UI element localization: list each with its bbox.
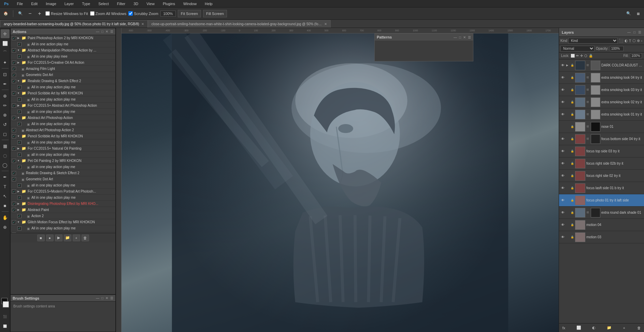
action-expand-25[interactable]: ▶	[17, 190, 20, 193]
action-expand-13[interactable]: ▼	[17, 116, 20, 120]
action-expand-11[interactable]: ▶	[17, 104, 20, 107]
action-check-14[interactable]: ✓	[17, 122, 22, 126]
add-mask-btn[interactable]: ⬜	[575, 325, 582, 331]
canvas-area[interactable]: -600-500 -400-300 -200-100 0100 200300 4…	[116, 28, 559, 332]
brush-menu-btn[interactable]: ☰	[110, 296, 113, 300]
layer-visibility-1[interactable]: 👁	[560, 75, 565, 80]
action-item-11[interactable]: ✓▶📁For CC2015.5+ Abstract Art Photoshop …	[11, 103, 115, 109]
action-check-9[interactable]: ✓	[12, 91, 16, 95]
action-check-20[interactable]: ✓	[12, 159, 16, 163]
action-item-29[interactable]: ✓▣Action 2	[11, 213, 115, 219]
action-item-8[interactable]: ✓▣All in one play action play me	[11, 84, 115, 90]
dodge-tool[interactable]: ◯	[1, 161, 10, 169]
brush-close-btn[interactable]: ✕	[105, 296, 108, 300]
history-brush-tool[interactable]: ↺	[1, 120, 10, 129]
delete-action-btn[interactable]: 🗑	[82, 235, 89, 241]
layer-item-14[interactable]: 👁🔒motion 03	[559, 231, 644, 243]
new-action-btn[interactable]: +	[73, 235, 80, 241]
resize-windows-checkbox[interactable]: Resize Windows to Fit	[45, 11, 88, 16]
action-item-20[interactable]: ✓▼📁Pet Oil Painting 2 by MRI KHOKON	[11, 158, 115, 164]
action-item-13[interactable]: ✓▼📁Abstract Art Photoshop Action	[11, 115, 115, 121]
layer-item-6[interactable]: 👁🔒⛓focus bottom side 04 try it	[559, 133, 644, 145]
workspace-icon[interactable]: ▦	[634, 10, 642, 17]
canvas-image[interactable]	[121, 33, 559, 332]
layer-visibility-12[interactable]: 👁	[560, 210, 565, 215]
lock-transparent-btn[interactable]: ⬜	[571, 54, 575, 58]
action-check-26[interactable]: ✓	[17, 196, 22, 200]
layer-item-9[interactable]: 👁🔒focus right site 02 try it	[559, 170, 644, 182]
shape-filter-icon[interactable]: ⬡	[632, 39, 636, 43]
layer-item-13[interactable]: 👁🔒motion 04	[559, 219, 644, 231]
record-btn[interactable]: ●	[46, 235, 54, 241]
action-check-28[interactable]: ✓	[12, 208, 16, 212]
action-expand-27[interactable]: ▶	[17, 202, 20, 206]
action-check-23[interactable]: ✓	[12, 177, 16, 181]
action-expand-0[interactable]: ▶	[17, 36, 20, 40]
layer-visibility-8[interactable]: 👁	[560, 161, 565, 166]
screen-mode-btn[interactable]: ⬜	[1, 322, 10, 331]
actions-expand-btn[interactable]: □	[101, 30, 103, 33]
action-item-28[interactable]: ✓▶📁Abstract Paint	[11, 207, 115, 213]
layer-visibility-4[interactable]: 👁	[560, 112, 565, 117]
action-check-13[interactable]: ✓	[12, 116, 16, 120]
layer-fx-btn[interactable]: fx	[560, 325, 567, 331]
action-check-31[interactable]: ✓	[17, 226, 22, 230]
layer-visibility-5[interactable]	[560, 124, 565, 129]
background-color[interactable]	[3, 301, 9, 307]
play-btn[interactable]: ▶	[55, 235, 62, 241]
brush-expand-btn[interactable]: □	[101, 296, 103, 300]
action-expand-29[interactable]	[22, 214, 26, 218]
marquee-tool[interactable]: ⬜	[1, 39, 10, 48]
action-item-21[interactable]: ✓▣all in one play action play me	[11, 164, 115, 170]
layer-visibility-0[interactable]: 👁	[560, 63, 565, 68]
opacity-input[interactable]	[610, 46, 624, 51]
menu-3d[interactable]: 3D	[132, 1, 140, 6]
action-check-4[interactable]: ✓	[12, 61, 16, 65]
action-item-19[interactable]: ✓▣all in one play action play me	[11, 152, 115, 158]
action-check-30[interactable]: ✓	[12, 220, 16, 224]
action-expand-4[interactable]: ▶	[17, 61, 20, 64]
magic-wand-tool[interactable]: ✦	[1, 58, 10, 67]
actions-menu-btn[interactable]: ☰	[110, 30, 113, 33]
action-item-7[interactable]: ✓▼📁Realistic Drawing & Sketch Effect 2	[11, 78, 115, 84]
layer-visibility-10[interactable]: 👁	[560, 186, 565, 191]
action-item-15[interactable]: ✓▣Abstract Art Photoshop Action 2	[11, 127, 115, 133]
layers-minimize-btn[interactable]: —	[627, 30, 631, 34]
tab-1[interactable]: close-up-portrait-smiling-handsome-man-w…	[148, 20, 331, 28]
patterns-expand-btn[interactable]: □	[459, 35, 461, 39]
color-swatches[interactable]	[0, 298, 10, 312]
action-item-18[interactable]: ✓▶📁For CC2015.5+ Natural Oil Painting	[11, 146, 115, 152]
lock-artboard-btn[interactable]: ⬡	[584, 54, 587, 58]
action-item-10[interactable]: ✓▣All in one play action play me	[11, 96, 115, 103]
zoom-all-windows-checkbox[interactable]: Zoom All Windows	[90, 11, 126, 16]
menu-filter[interactable]: Filter	[116, 1, 127, 6]
action-expand-22[interactable]	[17, 171, 20, 175]
delete-layer-btn[interactable]: 🗑	[636, 325, 643, 331]
action-item-9[interactable]: ✓▼📁Pencil Scribble Art by MRI KHOKON	[11, 90, 115, 96]
action-check-19[interactable]: ✓	[17, 153, 22, 157]
action-check-5[interactable]: ✓	[12, 67, 16, 71]
layer-item-0[interactable]: 👁▶🔒⛓DARK COLOR ADJUST FIX TRY IT	[559, 59, 644, 72]
menu-select[interactable]: Select	[97, 1, 110, 6]
action-expand-10[interactable]	[22, 98, 26, 101]
lock-pixels-btn[interactable]: ✏	[576, 54, 579, 58]
healing-tool[interactable]: ⊕	[1, 91, 10, 100]
quick-mask-btn[interactable]: ⬛	[1, 312, 10, 321]
action-expand-9[interactable]: ▼	[17, 92, 20, 95]
menu-layer[interactable]: Layer	[63, 1, 75, 6]
action-check-1[interactable]: ✓	[17, 42, 22, 46]
action-expand-12[interactable]	[22, 110, 26, 114]
action-check-0[interactable]: ✓	[12, 36, 16, 40]
zoom-tool-icon[interactable]: 🔍	[17, 10, 24, 17]
action-item-24[interactable]: ✓▣all in one play action play me	[11, 182, 115, 188]
action-check-10[interactable]: ✓	[17, 97, 22, 102]
action-item-6[interactable]: ✓▣Geometric Dot Art	[11, 72, 115, 78]
zoom-in-icon[interactable]: +	[36, 10, 43, 17]
action-check-24[interactable]: ✓	[17, 183, 22, 187]
filter-toggle[interactable]: ●	[641, 39, 643, 43]
pixel-filter-icon[interactable]: ⬛	[619, 39, 624, 43]
fill-screen-button[interactable]: Fill Screen	[203, 10, 227, 17]
layer-item-10[interactable]: 👁🔒focus lasft side 01 b try it	[559, 182, 644, 194]
action-check-11[interactable]: ✓	[12, 104, 16, 108]
home-icon[interactable]: 🏠	[2, 10, 10, 17]
